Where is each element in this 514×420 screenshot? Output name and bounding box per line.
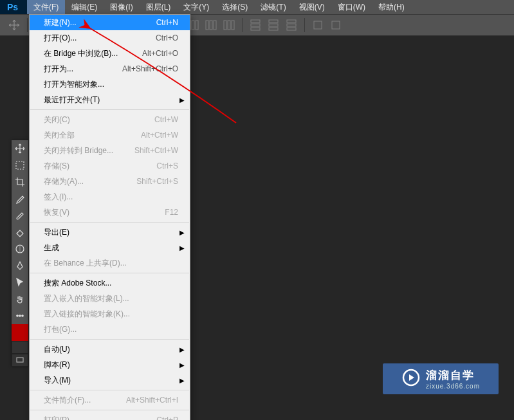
quickmask-toggle[interactable] — [12, 341, 28, 354]
menu-layer[interactable]: 图层(L) — [140, 0, 178, 14]
menu-item-shortcut: Alt+Ctrl+W — [141, 131, 178, 140]
menu-item: 在 Behance 上共享(D)... — [30, 255, 190, 271]
menu-item-shortcut: Alt+Shift+Ctrl+O — [122, 64, 178, 73]
svg-rect-23 — [210, 21, 212, 30]
move-tool-icon[interactable] — [6, 17, 23, 33]
crop-tool[interactable] — [12, 174, 28, 190]
menu-item-label: 关闭(C) — [44, 114, 70, 125]
menu-item: 文件简介(F)...Alt+Shift+Ctrl+I — [30, 392, 190, 408]
menu-item[interactable]: 导入(M)▶ — [30, 372, 190, 388]
menu-item[interactable]: 导出(E)▶ — [30, 224, 190, 240]
menu-item: 打印(P)...Ctrl+P — [30, 412, 190, 420]
menu-item[interactable]: 脚本(R)▶ — [30, 357, 190, 372]
menu-separator — [30, 410, 189, 410]
menu-item-label: 签入(I)... — [44, 192, 73, 203]
menu-item[interactable]: 搜索 Adobe Stock... — [30, 275, 190, 291]
menu-item-shortcut: Ctrl+W — [154, 115, 178, 124]
eyedropper-tool[interactable] — [12, 190, 28, 207]
menu-item-label: 打开为智能对象... — [44, 79, 104, 90]
menu-item-label: 打包(G)... — [44, 324, 77, 335]
pen-tool[interactable] — [12, 257, 28, 274]
left-tool-panel — [12, 140, 28, 367]
toolbar-separator — [304, 18, 305, 32]
toolbar-separator — [27, 18, 28, 32]
menu-item-shortcut: Ctrl+S — [156, 161, 178, 170]
svg-rect-21 — [196, 21, 198, 30]
distribute-icon[interactable] — [309, 17, 326, 33]
menu-item-label: 最近打开文件(T) — [44, 95, 100, 105]
distribute-icon[interactable] — [283, 17, 300, 33]
distribute-icon[interactable] — [247, 17, 264, 33]
distribute-icon[interactable] — [327, 17, 344, 33]
svg-rect-39 — [16, 161, 24, 169]
menu-filter[interactable]: 滤镜(T) — [254, 0, 292, 14]
menu-item-label: 生成 — [44, 242, 59, 253]
menu-select[interactable]: 选择(S) — [216, 0, 254, 14]
menu-item-label: 恢复(V) — [44, 207, 69, 218]
submenu-arrow-icon: ▶ — [179, 96, 185, 104]
menu-help[interactable]: 帮助(H) — [372, 0, 411, 14]
menu-item: 打包(G)... — [30, 322, 190, 337]
menu-view[interactable]: 视图(V) — [293, 0, 331, 14]
svg-rect-27 — [232, 21, 234, 30]
color-chip[interactable] — [12, 324, 28, 341]
svg-rect-33 — [269, 28, 278, 30]
menu-image[interactable]: 图像(I) — [104, 0, 139, 14]
menu-item-label: 打开(O)... — [44, 33, 77, 44]
arrow-tool[interactable] — [12, 274, 28, 291]
menu-separator — [30, 109, 189, 110]
menu-item[interactable]: 在 Bridge 中浏览(B)...Alt+Ctrl+O — [30, 46, 190, 61]
svg-rect-36 — [287, 28, 296, 30]
svg-text:Ps: Ps — [7, 2, 18, 12]
menu-item[interactable]: 最近打开文件(T)▶ — [30, 92, 190, 107]
submenu-arrow-icon: ▶ — [179, 346, 185, 353]
menu-item-shortcut: Ctrl+O — [156, 33, 178, 42]
menu-item[interactable]: 打开(O)...Ctrl+O — [30, 30, 190, 46]
menu-item-label: 存储为(A)... — [44, 176, 84, 187]
menu-item-shortcut: Ctrl+P — [156, 415, 178, 420]
svg-point-40 — [17, 315, 18, 316]
more-tools[interactable] — [12, 307, 28, 324]
move-tool[interactable] — [12, 140, 28, 157]
submenu-arrow-icon: ▶ — [179, 229, 185, 236]
menu-item-label: 置入嵌入的智能对象(L)... — [44, 293, 129, 304]
distribute-icon[interactable] — [265, 17, 282, 33]
menu-window[interactable]: 窗口(W) — [331, 0, 372, 14]
menu-item: 关闭(C)Ctrl+W — [30, 112, 190, 127]
menu-item: 签入(I)... — [30, 189, 190, 205]
svg-rect-32 — [269, 24, 278, 26]
menu-item-label: 新建(N)... — [44, 17, 77, 28]
svg-rect-38 — [332, 21, 340, 29]
gradient-tool[interactable] — [12, 241, 28, 257]
menu-file[interactable]: 文件(F) — [27, 0, 65, 14]
menu-item-label: 关闭全部 — [44, 130, 75, 141]
menu-item[interactable]: 打开为智能对象... — [30, 77, 190, 92]
distribute-icon[interactable] — [221, 17, 237, 33]
eraser-tool[interactable] — [12, 224, 28, 241]
play-icon — [401, 368, 421, 390]
hand-tool[interactable] — [12, 291, 28, 307]
menu-item-label: 搜索 Adobe Stock... — [44, 278, 111, 289]
menu-item[interactable]: 自动(U)▶ — [30, 342, 190, 357]
menu-item[interactable]: 生成▶ — [30, 240, 190, 255]
menu-item-shortcut: Shift+Ctrl+S — [136, 177, 178, 186]
menu-item-shortcut: Shift+Ctrl+W — [134, 146, 178, 155]
svg-rect-26 — [228, 21, 230, 30]
menu-item[interactable]: 打开为...Alt+Shift+Ctrl+O — [30, 61, 190, 77]
screenmode-toggle[interactable] — [12, 354, 28, 367]
marquee-tool[interactable] — [12, 157, 28, 174]
menu-item-label: 导入(M) — [44, 375, 71, 386]
svg-rect-20 — [192, 21, 194, 30]
svg-rect-31 — [269, 20, 278, 23]
submenu-arrow-icon: ▶ — [179, 244, 185, 251]
menu-type[interactable]: 文字(Y) — [177, 0, 216, 14]
menu-item-shortcut: Alt+Ctrl+O — [142, 49, 178, 58]
brush-tool[interactable] — [12, 207, 28, 224]
menu-item-label: 打开为... — [44, 64, 73, 75]
menu-edit[interactable]: 编辑(E) — [65, 0, 104, 14]
menu-item: 存储为(A)...Shift+Ctrl+S — [30, 174, 190, 189]
menubar: Ps 文件(F) 编辑(E) 图像(I) 图层(L) 文字(Y) 选择(S) 滤… — [0, 0, 514, 14]
menu-item[interactable]: 新建(N)...Ctrl+N — [30, 15, 190, 30]
svg-rect-35 — [287, 24, 296, 26]
distribute-icon[interactable] — [203, 17, 219, 33]
